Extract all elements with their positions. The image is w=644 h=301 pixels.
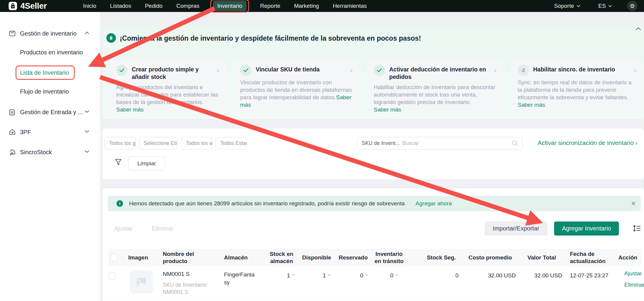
filter-groups-dropdown[interactable]: Todos los gr... <box>105 137 136 149</box>
sidebar-item-3pf[interactable]: 3PF <box>0 128 100 137</box>
header-costo-promedio: Costo promedio <box>461 249 519 266</box>
saber-mas-link[interactable]: Saber más <box>116 106 144 113</box>
sidebar-item-lista-de-inventario[interactable]: Lista de Inventario <box>20 69 69 76</box>
in-transit-value: 0 <box>390 272 393 279</box>
header-stock-seg: Stock Seg. <box>406 249 461 266</box>
sidebar-item-label: Gestión de inventario <box>20 30 76 37</box>
chevron-down-icon[interactable] <box>365 274 368 276</box>
row-avg-cost-cell: 32.00 USD <box>461 266 519 299</box>
saber-mas-link[interactable]: Saber más <box>374 106 401 113</box>
search-input[interactable] <box>398 140 512 146</box>
column-settings-icon[interactable] <box>633 224 641 232</box>
sku-value: NM0001 S <box>163 288 220 296</box>
row-image-cell <box>119 266 157 299</box>
reserved-value: 0 <box>360 272 363 279</box>
chevron-right-icon[interactable]: › <box>350 65 353 74</box>
search-category-value: SKU de Invent... <box>362 140 400 146</box>
header-valor-total: Valor Total <box>519 249 565 266</box>
adjust-button-disabled[interactable]: Ajustar <box>114 225 133 232</box>
filter-status-dropdown[interactable]: Todos Estad... <box>216 137 247 149</box>
select-all-checkbox[interactable] <box>111 254 118 261</box>
chevron-down-icon <box>608 5 612 7</box>
chevron-right-icon[interactable]: › <box>217 65 219 74</box>
chevron-down-icon[interactable] <box>292 274 295 276</box>
nav-support-dropdown[interactable]: Soporte <box>554 0 580 12</box>
chevron-right-icon[interactable]: › <box>494 65 497 74</box>
product-sku: SKU de Inventario: NM0001 S <box>157 281 220 296</box>
step-description: Habilitar deducción de inventario para d… <box>374 83 497 106</box>
chevron-down-icon[interactable] <box>395 274 398 276</box>
gear-icon: ⚙ <box>630 3 635 10</box>
filter-warehouses-dropdown[interactable]: Todos los al... <box>181 137 212 149</box>
sidebar-item-gestion-entrada[interactable]: Gestión de Entrada y ... <box>0 108 100 117</box>
nav-item-herramientas[interactable]: Herramientas <box>333 3 367 9</box>
header-reservado: Reservado <box>335 249 372 266</box>
chevron-down-icon[interactable] <box>328 274 331 276</box>
inventory-badge-icon <box>106 33 116 43</box>
nav-item-pedido[interactable]: Pedido <box>145 3 162 9</box>
onboarding-banner: ¡Comienza la gestión de inventario y des… <box>102 25 644 119</box>
header-nombre: Nombre del producto <box>157 249 220 266</box>
nav-item-inventario[interactable]: Inventario <box>213 1 246 11</box>
filter-status-value: Todos Estad... <box>220 140 247 146</box>
row-reserved-cell: 0 <box>335 266 372 299</box>
available-value: 1 <box>323 272 326 279</box>
sidebar-item-productos-en-inventario[interactable]: Productos en inventario <box>20 49 83 56</box>
product-name[interactable]: NM0001 S <box>157 266 220 277</box>
saber-mas-link[interactable]: Saber más <box>518 102 545 108</box>
updated-value: 12-07-25 23:27 <box>570 272 608 279</box>
close-icon[interactable]: ✕ <box>631 200 636 207</box>
avg-cost-value: 32.00 USD <box>488 272 516 279</box>
nav-language-dropdown[interactable]: ES <box>598 0 612 12</box>
header-accion: Acción <box>615 249 641 266</box>
settings-button[interactable]: ⚙ <box>627 1 637 11</box>
row-name-cell: NM0001 S SKU de Inventario: NM0001 S <box>157 266 220 299</box>
logo[interactable]: 4Seller <box>8 1 47 11</box>
add-inventory-button[interactable]: Agregar Inventario <box>554 221 619 236</box>
nav-language-label: ES <box>598 3 606 9</box>
clear-filters-button[interactable]: Limpiar <box>128 156 165 170</box>
sidebar-item-flujo-de-inventario[interactable]: Flujo de inventario <box>20 88 69 95</box>
nav-item-marketing[interactable]: Marketing <box>294 3 319 9</box>
chevron-down-icon[interactable] <box>85 150 89 153</box>
filter-tags-dropdown[interactable]: Seleccione Etiqu... <box>139 137 177 149</box>
row-updated-cell: 12-07-25 23:27 <box>565 266 615 299</box>
row-delete-link[interactable]: Eliminar <box>624 282 641 288</box>
sidebar-item-label: 3PF <box>20 129 31 136</box>
search-category-dropdown[interactable]: SKU de Invent... <box>358 137 398 149</box>
step-card-4[interactable]: 4 Habilitar sincro. de inventario › Sync… <box>510 59 643 111</box>
step-title: Activar deducción de inventario en pedid… <box>389 65 490 81</box>
collapse-chevron-up-icon[interactable] <box>635 27 642 31</box>
onboarding-title: ¡Comienza la gestión de inventario y des… <box>120 34 421 42</box>
table-header-row: Imagen Nombre del producto Almacén Stock… <box>109 249 641 266</box>
delete-button-disabled[interactable]: Eliminar <box>152 225 173 232</box>
sidebar-item-sincrostock[interactable]: SincroStock <box>0 148 100 157</box>
nav-item-reporte[interactable]: Reporte <box>260 3 280 9</box>
chevron-down-icon[interactable] <box>85 110 89 113</box>
chevron-down-icon[interactable] <box>85 130 89 133</box>
chevron-up-icon[interactable] <box>85 31 89 34</box>
nav-item-inicio[interactable]: Inicio <box>83 3 96 9</box>
step-done-icon <box>116 65 128 76</box>
chevron-right-icon: › <box>635 139 637 146</box>
search-icon[interactable] <box>512 140 518 146</box>
step-card-3[interactable]: Activar deducción de inventario en pedid… <box>367 59 504 111</box>
nav-support-label: Soporte <box>554 3 574 9</box>
filter-funnel-icon[interactable] <box>114 158 122 166</box>
step-description: Agregar productos del inventario e inici… <box>116 83 219 106</box>
step-title: Vincular SKU de tienda <box>256 65 320 73</box>
nav-item-listados[interactable]: Listados <box>110 3 131 9</box>
inventory-box-icon <box>8 30 16 37</box>
step-number-badge: 4 <box>518 65 529 76</box>
step-card-1[interactable]: Crear producto simple y añadir stock › A… <box>109 59 226 111</box>
activate-sync-link[interactable]: Activar sincronización de inventario › <box>538 139 637 146</box>
total-value: 32.00 USD <box>534 272 562 279</box>
nav-item-compras[interactable]: Compras <box>176 3 199 9</box>
import-export-button[interactable]: Importar/Exportar <box>484 221 548 236</box>
sidebar-item-gestion-inventario[interactable]: Gestión de inventario <box>0 29 100 38</box>
step-card-2[interactable]: Vincular SKU de tienda › Vincular produc… <box>233 59 360 111</box>
chevron-right-icon[interactable]: › <box>634 65 636 74</box>
alert-add-now-link[interactable]: Agregar ahora <box>415 200 452 207</box>
row-adjust-link[interactable]: Ajustar <box>624 270 641 277</box>
row-checkbox[interactable] <box>109 272 116 279</box>
